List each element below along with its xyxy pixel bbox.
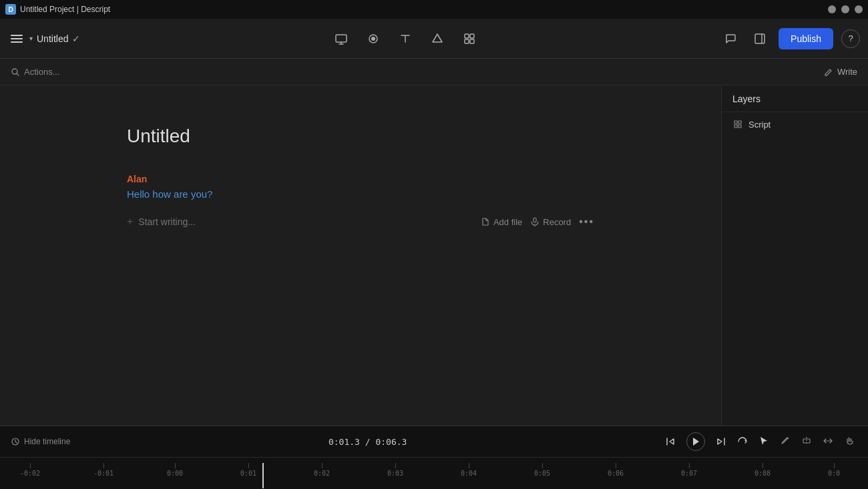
layers-header: Layers — [722, 86, 868, 112]
maximize-button[interactable] — [841, 5, 849, 13]
publish-button[interactable]: Publish — [779, 28, 833, 49]
svg-rect-10 — [533, 218, 536, 222]
transport-controls — [665, 432, 748, 451]
add-block-button[interactable]: + — [127, 216, 133, 228]
script-icon — [732, 119, 743, 130]
text-button[interactable] — [395, 28, 416, 49]
timeline-ruler: -0:02 -0:01 0:00 0:01 0:02 0:03 — [0, 458, 868, 489]
pencil-icon — [780, 436, 791, 446]
write-line: + Add file — [127, 216, 594, 228]
timeline-area: Hide timeline 0:01.3 / 0:06.3 — [0, 426, 868, 489]
save-status-icon: ✓ — [72, 33, 80, 44]
ruler-mark: 0:01 — [240, 463, 256, 477]
menu-chevron[interactable]: ▾ — [29, 35, 33, 42]
ruler-mark: 0:07 — [681, 463, 697, 477]
editor-area: Untitled Alan Hello how are you? + Add f… — [0, 86, 721, 426]
ruler-mark: 0:04 — [461, 463, 477, 477]
speaker-label[interactable]: Alan — [127, 174, 594, 184]
clip-tool-button[interactable] — [799, 433, 815, 451]
write-input[interactable] — [138, 216, 475, 227]
document-title[interactable]: Untitled — [127, 126, 594, 147]
svg-point-2 — [371, 37, 375, 41]
ruler-mark: 0:00 — [167, 463, 183, 477]
timeline-right-tools — [756, 433, 857, 451]
timeline-time-display: 0:01.3 / 0:06.3 — [78, 437, 657, 447]
ruler-mark: -0:01 — [93, 463, 114, 477]
main-area: Untitled Alan Hello how are you? + Add f… — [0, 86, 868, 426]
clip-icon — [801, 436, 812, 446]
play-icon — [692, 437, 700, 446]
cursor-icon — [758, 436, 769, 446]
ruler-mark: 0:03 — [387, 463, 403, 477]
skip-back-button[interactable] — [665, 436, 676, 447]
dialogue-text[interactable]: Hello how are you? — [127, 188, 594, 200]
svg-rect-3 — [465, 34, 469, 38]
hand-tool-button[interactable] — [841, 433, 857, 451]
grid-button[interactable] — [459, 28, 480, 49]
title-bar-left: D Untitled Project | Descript — [5, 4, 110, 15]
hamburger-icon — [11, 41, 23, 43]
window-title: Untitled Project | Descript — [20, 5, 110, 14]
project-name[interactable]: Untitled — [37, 33, 68, 44]
close-button[interactable] — [855, 5, 863, 13]
toolbar-left: ▾ Untitled ✓ — [8, 32, 80, 45]
svg-rect-7 — [755, 34, 765, 43]
expand-tool-button[interactable] — [820, 433, 836, 451]
cursor-tool-button[interactable] — [756, 433, 772, 451]
ruler-mark: -0:02 — [20, 463, 40, 477]
svg-rect-0 — [336, 35, 347, 42]
actions-bar: Actions... Write — [0, 59, 868, 86]
search-icon — [11, 67, 20, 77]
svg-rect-5 — [465, 39, 469, 43]
svg-rect-6 — [470, 39, 474, 43]
title-bar: D Untitled Project | Descript — [0, 0, 868, 19]
play-button[interactable] — [686, 432, 705, 451]
record-button[interactable] — [363, 28, 384, 49]
ruler-mark: 0:02 — [314, 463, 330, 477]
pencil-tool-button[interactable] — [777, 433, 793, 451]
record-audio-button[interactable]: Record — [530, 217, 571, 227]
script-layer-item[interactable]: Script — [722, 112, 868, 136]
write-icon — [824, 67, 833, 77]
help-button[interactable]: ? — [841, 29, 860, 48]
ruler-mark: 0:0 — [828, 463, 840, 477]
microphone-icon — [530, 217, 539, 226]
shape-button[interactable] — [427, 28, 448, 49]
hand-icon — [844, 436, 855, 446]
write-button[interactable]: Write — [824, 67, 857, 77]
right-panel: Layers Script — [721, 86, 868, 426]
minimize-button[interactable] — [828, 5, 836, 13]
app-icon: D — [5, 4, 16, 15]
more-options-button[interactable]: ••• — [579, 216, 594, 228]
toolbar-center — [96, 28, 714, 49]
ruler-mark: 0:05 — [534, 463, 550, 477]
write-actions: Add file Record ••• — [481, 216, 594, 228]
menu-button[interactable] — [8, 32, 25, 45]
expand-icon — [823, 436, 833, 446]
timeline-icon — [11, 437, 20, 446]
add-file-button[interactable]: Add file — [481, 217, 522, 227]
skip-forward-button[interactable] — [716, 436, 726, 447]
screen-record-button[interactable] — [331, 28, 352, 49]
timeline-controls: Hide timeline 0:01.3 / 0:06.3 — [0, 426, 868, 458]
playhead — [262, 463, 264, 488]
ruler-track: -0:02 -0:01 0:00 0:01 0:02 0:03 — [0, 463, 868, 489]
editor-content: Untitled Alan Hello how are you? + Add f… — [127, 86, 594, 228]
hide-timeline-button[interactable]: Hide timeline — [11, 437, 70, 446]
ruler-mark: 0:08 — [754, 463, 771, 477]
toolbar-right: Publish ? — [720, 28, 860, 49]
hamburger-icon — [11, 38, 23, 39]
window-controls — [828, 5, 863, 13]
hamburger-icon — [11, 35, 23, 36]
ruler-mark: 0:06 — [608, 463, 624, 477]
add-file-icon — [481, 217, 490, 226]
main-toolbar: ▾ Untitled ✓ — [0, 19, 868, 59]
loop-button[interactable] — [737, 436, 748, 447]
actions-search[interactable]: Actions... — [11, 67, 59, 77]
svg-rect-4 — [470, 34, 474, 38]
comment-button[interactable] — [720, 28, 741, 49]
panel-toggle-button[interactable] — [749, 28, 771, 49]
